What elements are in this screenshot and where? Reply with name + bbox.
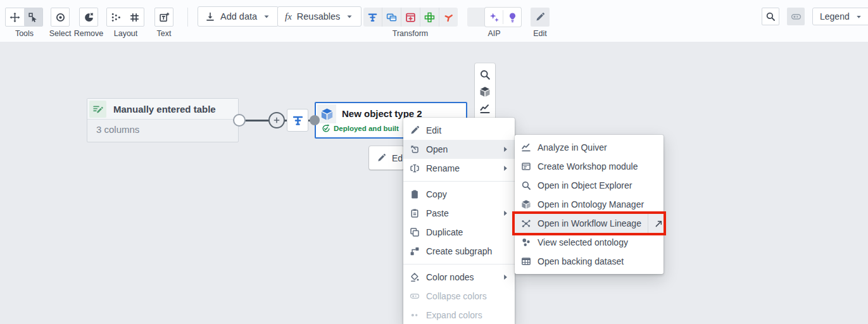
move-icon (9, 12, 20, 23)
text-button[interactable] (154, 8, 173, 27)
menu-item-open[interactable]: Open (403, 140, 515, 159)
open-submenu: Analyze in Quiver Create Workshop module… (515, 135, 664, 274)
branch-button[interactable] (439, 8, 458, 27)
manual-table-node[interactable]: Manually entered table 3 columns (87, 98, 239, 142)
menu-item-expand-colors: Expand colors (403, 306, 515, 324)
remove-icon (84, 12, 94, 23)
layout-grid-button[interactable] (125, 8, 144, 26)
context-menu: Edit Open Rename Copy Paste Duplicate (403, 118, 515, 324)
text-group-label: Text (145, 29, 183, 38)
edit-node-button[interactable]: Ed (369, 146, 404, 170)
text-icon (159, 12, 170, 23)
aip-logo-button[interactable] (467, 8, 485, 27)
pipeline-transform-icon (367, 12, 378, 23)
submenu-item-open-backing-dataset[interactable]: Open backing dataset (515, 252, 664, 271)
add-table-button[interactable] (401, 8, 420, 27)
edit-group-label: Edit (521, 29, 559, 38)
toolbar-divider (187, 8, 188, 27)
top-toolbar: Tools Select Remove Layout Text Add data… (0, 0, 868, 42)
plus-icon (272, 116, 281, 125)
open-icon (410, 144, 420, 154)
cube-icon (317, 104, 336, 123)
submenu-item-view-selected-ontology[interactable]: View selected ontology (515, 233, 664, 252)
cube-icon[interactable] (479, 86, 491, 97)
tools-button-group (5, 8, 43, 27)
menu-item-rename[interactable]: Rename (403, 159, 515, 178)
layered-tables-icon (386, 12, 397, 23)
menu-item-collapse-colors: Collapse colors (403, 287, 515, 306)
paste-icon (410, 208, 420, 218)
menu-item-paste[interactable]: Paste (403, 204, 515, 223)
node-header: Manually entered table (87, 99, 238, 120)
submenu-item-create-workshop-module[interactable]: Create Workshop module (515, 157, 664, 176)
output-port[interactable] (233, 114, 246, 127)
chevron-down-icon (262, 12, 271, 21)
menu-divider (403, 264, 515, 265)
cross-table-button[interactable] (420, 8, 439, 27)
status-text: Deployed and built (334, 125, 399, 132)
aip-assist-button[interactable] (485, 8, 503, 27)
move-tool-button[interactable] (6, 8, 24, 26)
menu-item-color-nodes[interactable]: Color nodes (403, 268, 515, 287)
chevron-down-icon (855, 13, 863, 21)
remove-button[interactable] (79, 8, 98, 27)
tools-group-label: Tools (5, 29, 44, 38)
pipeline-transform-icon (292, 115, 304, 127)
node-title: New object type 2 (342, 108, 422, 119)
legend-button[interactable]: Legend (812, 8, 868, 25)
input-port[interactable] (310, 115, 320, 125)
paint-bucket-icon (410, 272, 420, 282)
collapsed-pill-icon (410, 291, 420, 301)
edit-node-label: Ed (392, 153, 403, 163)
transform-node-button[interactable] (287, 109, 308, 132)
sync-check-icon (322, 124, 330, 133)
caret-right-icon (500, 163, 510, 173)
download-icon (205, 11, 215, 22)
menu-item-duplicate[interactable]: Duplicate (403, 223, 515, 242)
chart-line-icon (521, 142, 531, 153)
fx-icon: fx (285, 11, 292, 22)
sparkles-icon (489, 12, 500, 23)
edit-mode-button[interactable] (531, 8, 550, 27)
submenu-item-open-in-workflow-lineage[interactable]: Open in Workflow Lineage (515, 214, 664, 233)
open-in-new-tab-button[interactable] (648, 214, 669, 233)
subgraph-icon (410, 246, 420, 256)
select-button[interactable] (51, 8, 70, 27)
external-arrow-icon (654, 219, 664, 228)
add-data-button[interactable]: Add data (198, 6, 279, 27)
layout-auto-button[interactable] (107, 8, 125, 26)
select-tool-button[interactable] (24, 8, 42, 26)
pipeline-transform-button[interactable] (363, 8, 382, 27)
menu-item-copy[interactable]: Copy (403, 185, 515, 204)
node-title: Manually entered table (113, 104, 216, 115)
reusables-button[interactable]: fx Reusables (277, 6, 362, 27)
clipboard-icon (410, 189, 420, 199)
join-tables-button[interactable] (382, 8, 401, 27)
layout-group-label: Layout (106, 29, 145, 38)
node-subtitle: 3 columns (87, 120, 238, 135)
submenu-item-open-in-object-explorer[interactable]: Open in Object Explorer (515, 176, 664, 195)
manual-table-icon (89, 101, 106, 118)
search-icon[interactable] (479, 69, 491, 80)
search-button[interactable] (762, 8, 779, 25)
two-dots-icon (410, 310, 420, 320)
lineage-network-icon (521, 218, 531, 228)
cross-table-icon (424, 12, 435, 23)
submenu-item-analyze-in-quiver[interactable]: Analyze in Quiver (515, 138, 664, 157)
caret-right-icon (500, 208, 510, 218)
collapse-colors-toggle[interactable] (787, 8, 805, 25)
aip-group-label: AIP (467, 29, 521, 38)
aip-suggestions-button[interactable] (503, 8, 521, 27)
chart-line-icon[interactable] (479, 103, 491, 115)
transform-group-label: Transform (363, 29, 457, 38)
pencil-icon (377, 153, 386, 163)
add-data-label: Add data (220, 11, 257, 22)
layout-button-group (106, 8, 144, 27)
menu-item-create-subgraph[interactable]: Create subgraph (403, 242, 515, 261)
table-add-icon (405, 12, 416, 23)
submenu-item-open-in-ontology-manager[interactable]: Open in Ontology Manager (515, 195, 664, 214)
layout-grid-icon (129, 12, 140, 23)
menu-item-edit[interactable]: Edit (403, 121, 515, 140)
chevron-down-icon (345, 12, 354, 21)
add-node-button[interactable] (268, 112, 285, 128)
